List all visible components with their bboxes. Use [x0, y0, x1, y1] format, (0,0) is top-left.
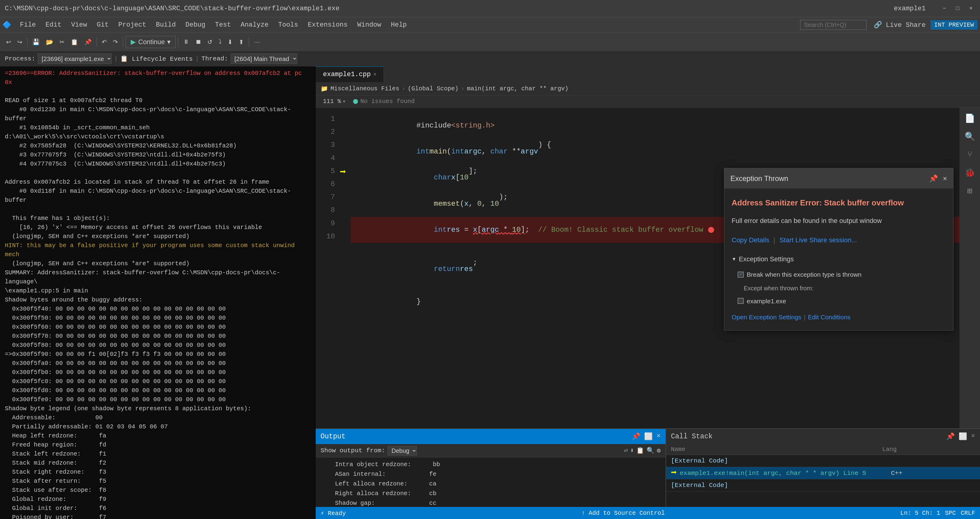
live-share-button[interactable]: 🔗 Live Share [874, 21, 926, 29]
output-settings-icon[interactable]: ⚙ [657, 447, 661, 454]
debug-pause-btn[interactable]: ⏸ [181, 37, 192, 46]
menu-analyze[interactable]: Analyze [236, 19, 273, 30]
continue-button[interactable]: ▶ Continue ▾ [126, 36, 176, 48]
output-maximize-icon[interactable]: ⬜ [644, 432, 653, 441]
sidebar-icon-extensions[interactable]: ⊞ [961, 182, 978, 200]
terminal-line: 0x300f5f40: 00 00 00 00 00 00 00 00 00 0… [5, 305, 311, 314]
debug-step-into-btn[interactable]: ⬇ [225, 37, 235, 47]
menu-build[interactable]: Build [151, 19, 180, 30]
terminal-line: READ of size 1 at 0x007afcb2 thread T0 [5, 96, 311, 105]
menu-window[interactable]: Window [353, 19, 386, 30]
lifecycle-label: 📋 Lifecycle Events [120, 55, 192, 62]
process-bar: Process: [23696] example1.exe | 📋 Lifecy… [0, 51, 980, 67]
toolbar-save-btn[interactable]: 💾 [30, 37, 42, 47]
menu-view[interactable]: View [67, 19, 92, 30]
zoom-status-bar: 111 % ▾ No issues found [316, 96, 980, 107]
debug-stop-btn[interactable]: ⏹ [193, 37, 204, 46]
toolbar-undo-btn[interactable]: ↶ [99, 37, 109, 47]
terminal-line: #4 0x777075c3 (C:\WINDOWS\SYSTEM32\ntdll… [5, 160, 311, 169]
tab-example1-cpp[interactable]: example1.cpp × [316, 67, 384, 82]
open-exception-settings-link[interactable]: Open Exception Settings [732, 311, 801, 323]
line-numbers: 1 2 3 4 5 6 7 8 9 10 [316, 107, 340, 428]
toolbar-redo-btn[interactable]: ↷ [110, 37, 121, 47]
debug-step-over-btn[interactable]: ⤵ [216, 37, 224, 46]
output-close-icon[interactable]: × [657, 432, 661, 441]
code-line-10 [351, 335, 959, 348]
cs-close-icon[interactable]: × [971, 432, 975, 441]
code-content[interactable]: #include <string.h> int main(int argc, c… [351, 107, 959, 428]
gutter-2 [340, 126, 351, 139]
debug-restart-btn[interactable]: ↺ [205, 37, 215, 47]
toolbar-copy-btn[interactable]: 📋 [68, 37, 81, 47]
link-sep: | [773, 236, 777, 244]
output-find-icon[interactable]: 🔍 [646, 447, 654, 454]
terminal-line: Heap left redzone: fa [5, 431, 311, 441]
pin-icon[interactable]: 📌 [929, 172, 938, 185]
call-stack-row-1[interactable]: ⮕ example1.exe!main(int argc, char * * a… [666, 467, 980, 479]
menu-tools[interactable]: Tools [274, 19, 303, 30]
terminal-line: #2 0x7585fa28 (C:\WINDOWS\SYSTEM32\KERNE… [5, 141, 311, 150]
menu-project[interactable]: Project [113, 19, 151, 30]
search-input[interactable] [800, 20, 867, 30]
process-select[interactable]: [23696] example1.exe [38, 53, 112, 64]
toolbar-sep-2 [97, 37, 97, 47]
terminal-line: Global redzone: f9 [5, 495, 311, 504]
zoom-dropdown-icon[interactable]: ▾ [342, 97, 346, 105]
menu-extensions[interactable]: Extensions [303, 19, 353, 30]
output-pin-icon[interactable]: 📌 [632, 432, 640, 441]
sidebar-icon-git[interactable]: ⑂ [961, 146, 978, 163]
cs-pin-icon[interactable]: 📌 [946, 432, 955, 441]
call-stack-row-0[interactable]: [External Code] [666, 455, 980, 467]
line-num-7: 7 [316, 191, 335, 204]
exception-close-icon[interactable]: × [943, 172, 947, 185]
toolbar-open-btn[interactable]: 📂 [43, 37, 56, 47]
edit-conditions-link[interactable]: Edit Conditions [808, 311, 851, 323]
toolbar-forward-btn[interactable]: ↪ [15, 37, 25, 47]
toolbar-sep-4 [178, 37, 178, 47]
exception-settings: ▼ Exception Settings Break when this exc… [732, 253, 946, 307]
toolbar-back-btn[interactable]: ↩ [4, 37, 14, 47]
gutter: ⮕ [340, 107, 351, 428]
copy-details-link[interactable]: Copy Details [732, 236, 769, 244]
menu-test[interactable]: Test [210, 19, 236, 30]
output-copy-icon[interactable]: 📋 [636, 447, 644, 454]
terminal-line: 0x300f5fd0: 00 00 00 00 00 00 00 00 00 0… [5, 386, 311, 395]
code-line-1: #include <string.h> [351, 112, 959, 138]
live-share-session-link[interactable]: Start Live Share session... [780, 236, 857, 244]
toolbar-more-btn[interactable]: ⋯ [251, 37, 262, 47]
terminal-line: 0x300f5fb0: 00 00 00 00 00 00 00 00 00 0… [5, 368, 311, 377]
toolbar-cut-btn[interactable]: ✂ [57, 37, 67, 47]
thread-select[interactable]: [2604] Main Thread [231, 53, 297, 64]
call-stack-table: [External Code] ⮕ example1.exe!main(int … [666, 455, 980, 507]
menu-git[interactable]: Git [92, 19, 113, 30]
collapse-icon[interactable]: ▼ [732, 255, 737, 264]
output-wrap-icon[interactable]: ⏎ [624, 447, 628, 454]
cs-maximize-icon[interactable]: ⬜ [959, 432, 967, 441]
add-source-control[interactable]: ↑ Add to Source Control [581, 509, 665, 517]
minimize-button[interactable]: − [940, 4, 948, 13]
terminal-line: Global init order: f6 [5, 504, 311, 513]
debug-step-out-btn[interactable]: ⬆ [236, 37, 246, 47]
exception-body: Address Sanitizer Error: Stack buffer ov… [724, 188, 953, 330]
output-source-select[interactable]: Debug [388, 446, 417, 455]
terminal-error-line: =23696==ERROR: AddressSanitizer: stack-b… [5, 69, 311, 87]
toolbar-paste-btn[interactable]: 📌 [82, 37, 94, 47]
menu-help[interactable]: Help [386, 19, 412, 30]
sidebar-icon-explorer[interactable]: 📄 [961, 110, 978, 127]
output-scroll-icon[interactable]: ⬇ [630, 447, 634, 454]
sidebar-icon-debug[interactable]: 🐞 [961, 164, 978, 181]
maximize-button[interactable]: □ [953, 4, 962, 13]
menu-edit[interactable]: Edit [41, 19, 67, 30]
tab-close-icon[interactable]: × [373, 72, 376, 78]
call-stack-row-2[interactable]: [External Code] [666, 479, 980, 492]
continue-dropdown-icon[interactable]: ▾ [167, 38, 170, 46]
menu-debug[interactable]: Debug [180, 19, 210, 30]
menu-file[interactable]: File [15, 19, 41, 30]
break-when-checkbox[interactable] [738, 271, 744, 278]
code-editor[interactable]: 1 2 3 4 5 6 7 8 9 10 ⮕ [316, 107, 980, 428]
exe-filter-checkbox[interactable] [738, 298, 744, 304]
gutter-1 [340, 112, 351, 126]
terminal-line [5, 169, 311, 177]
sidebar-icon-search[interactable]: 🔍 [961, 128, 978, 145]
close-button[interactable]: × [967, 4, 975, 13]
